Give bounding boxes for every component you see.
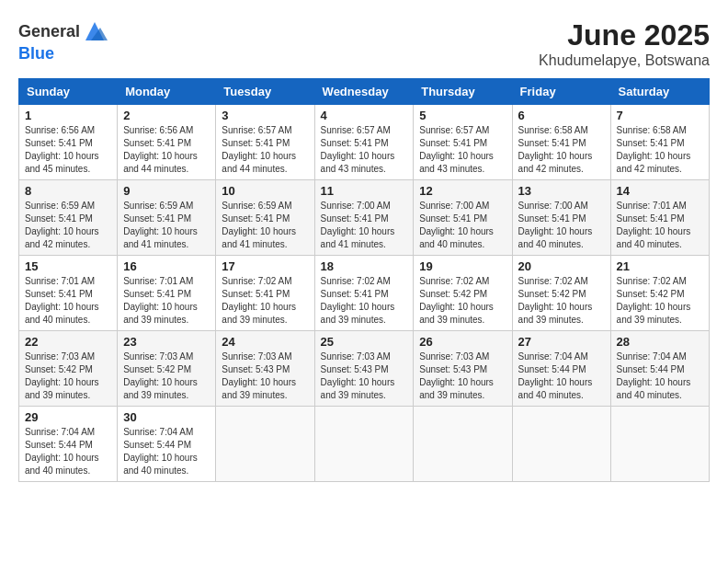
table-row: 28 Sunrise: 7:04 AM Sunset: 5:44 PM Dayl… bbox=[610, 331, 709, 407]
table-row: 4 Sunrise: 6:57 AM Sunset: 5:41 PM Dayli… bbox=[314, 105, 414, 180]
calendar-week-row: 1 Sunrise: 6:56 AM Sunset: 5:41 PM Dayli… bbox=[19, 105, 710, 180]
month-title: June 2025 bbox=[539, 18, 710, 52]
day-info: Sunrise: 7:00 AM Sunset: 5:41 PM Dayligh… bbox=[419, 200, 506, 251]
col-monday: Monday bbox=[118, 79, 216, 105]
day-number: 6 bbox=[518, 109, 605, 122]
day-info: Sunrise: 6:57 AM Sunset: 5:41 PM Dayligh… bbox=[419, 124, 506, 176]
day-number: 16 bbox=[123, 259, 210, 273]
col-saturday: Saturday bbox=[610, 79, 709, 105]
day-number: 12 bbox=[419, 184, 506, 198]
table-row bbox=[414, 407, 512, 482]
table-row: 27 Sunrise: 7:04 AM Sunset: 5:44 PM Dayl… bbox=[512, 331, 610, 407]
table-row bbox=[512, 407, 610, 482]
table-row: 18 Sunrise: 7:02 AM Sunset: 5:41 PM Dayl… bbox=[314, 256, 414, 331]
table-row: 20 Sunrise: 7:02 AM Sunset: 5:42 PM Dayl… bbox=[512, 256, 610, 331]
calendar-week-row: 8 Sunrise: 6:59 AM Sunset: 5:41 PM Dayli… bbox=[19, 180, 710, 256]
day-number: 11 bbox=[321, 184, 408, 198]
table-row: 10 Sunrise: 6:59 AM Sunset: 5:41 PM Dayl… bbox=[216, 180, 314, 256]
day-number: 8 bbox=[25, 184, 111, 198]
col-wednesday: Wednesday bbox=[314, 79, 414, 105]
table-row: 24 Sunrise: 7:03 AM Sunset: 5:43 PM Dayl… bbox=[216, 331, 314, 407]
day-number: 20 bbox=[518, 259, 605, 273]
col-tuesday: Tuesday bbox=[216, 79, 314, 105]
day-number: 19 bbox=[419, 259, 506, 273]
logo: General Blue bbox=[18, 18, 108, 63]
day-info: Sunrise: 7:00 AM Sunset: 5:41 PM Dayligh… bbox=[321, 200, 408, 251]
day-number: 17 bbox=[222, 259, 308, 273]
page-header: General Blue June 2025 Khudumelapye, Bot… bbox=[18, 18, 710, 69]
day-number: 23 bbox=[123, 335, 210, 349]
calendar-table: Sunday Monday Tuesday Wednesday Thursday… bbox=[18, 78, 710, 482]
day-number: 13 bbox=[518, 184, 605, 198]
day-info: Sunrise: 7:02 AM Sunset: 5:42 PM Dayligh… bbox=[518, 275, 605, 327]
day-info: Sunrise: 6:57 AM Sunset: 5:41 PM Dayligh… bbox=[321, 124, 408, 176]
day-info: Sunrise: 6:58 AM Sunset: 5:41 PM Dayligh… bbox=[518, 124, 605, 176]
table-row: 30 Sunrise: 7:04 AM Sunset: 5:44 PM Dayl… bbox=[118, 407, 216, 482]
table-row bbox=[314, 407, 414, 482]
day-number: 29 bbox=[25, 410, 111, 424]
day-number: 1 bbox=[25, 109, 111, 122]
day-info: Sunrise: 6:59 AM Sunset: 5:41 PM Dayligh… bbox=[25, 200, 111, 251]
table-row bbox=[216, 407, 314, 482]
table-row: 3 Sunrise: 6:57 AM Sunset: 5:41 PM Dayli… bbox=[216, 105, 314, 180]
col-sunday: Sunday bbox=[19, 79, 118, 105]
table-row: 5 Sunrise: 6:57 AM Sunset: 5:41 PM Dayli… bbox=[414, 105, 512, 180]
calendar-week-row: 22 Sunrise: 7:03 AM Sunset: 5:42 PM Dayl… bbox=[19, 331, 710, 407]
table-row: 7 Sunrise: 6:58 AM Sunset: 5:41 PM Dayli… bbox=[610, 105, 709, 180]
table-row: 12 Sunrise: 7:00 AM Sunset: 5:41 PM Dayl… bbox=[414, 180, 512, 256]
day-info: Sunrise: 7:04 AM Sunset: 5:44 PM Dayligh… bbox=[617, 350, 703, 402]
day-info: Sunrise: 6:59 AM Sunset: 5:41 PM Dayligh… bbox=[123, 200, 210, 251]
calendar-week-row: 29 Sunrise: 7:04 AM Sunset: 5:44 PM Dayl… bbox=[19, 407, 710, 482]
day-info: Sunrise: 7:02 AM Sunset: 5:42 PM Dayligh… bbox=[617, 275, 703, 327]
day-info: Sunrise: 6:56 AM Sunset: 5:41 PM Dayligh… bbox=[25, 124, 111, 176]
day-number: 3 bbox=[222, 109, 308, 122]
day-number: 30 bbox=[123, 410, 210, 424]
table-row: 29 Sunrise: 7:04 AM Sunset: 5:44 PM Dayl… bbox=[19, 407, 118, 482]
table-row: 13 Sunrise: 7:00 AM Sunset: 5:41 PM Dayl… bbox=[512, 180, 610, 256]
day-number: 14 bbox=[617, 184, 703, 198]
table-row: 21 Sunrise: 7:02 AM Sunset: 5:42 PM Dayl… bbox=[610, 256, 709, 331]
day-number: 7 bbox=[617, 109, 703, 122]
day-number: 28 bbox=[617, 335, 703, 349]
day-number: 5 bbox=[419, 109, 506, 122]
table-row: 17 Sunrise: 7:02 AM Sunset: 5:41 PM Dayl… bbox=[216, 256, 314, 331]
table-row: 11 Sunrise: 7:00 AM Sunset: 5:41 PM Dayl… bbox=[314, 180, 414, 256]
day-info: Sunrise: 7:04 AM Sunset: 5:44 PM Dayligh… bbox=[518, 350, 605, 402]
day-number: 27 bbox=[518, 335, 605, 349]
day-number: 26 bbox=[419, 335, 506, 349]
day-info: Sunrise: 7:03 AM Sunset: 5:43 PM Dayligh… bbox=[321, 350, 408, 402]
table-row: 8 Sunrise: 6:59 AM Sunset: 5:41 PM Dayli… bbox=[19, 180, 118, 256]
day-info: Sunrise: 7:01 AM Sunset: 5:41 PM Dayligh… bbox=[25, 275, 111, 327]
table-row: 9 Sunrise: 6:59 AM Sunset: 5:41 PM Dayli… bbox=[118, 180, 216, 256]
table-row: 6 Sunrise: 6:58 AM Sunset: 5:41 PM Dayli… bbox=[512, 105, 610, 180]
col-friday: Friday bbox=[512, 79, 610, 105]
day-number: 18 bbox=[321, 259, 408, 273]
day-number: 10 bbox=[222, 184, 308, 198]
day-info: Sunrise: 6:56 AM Sunset: 5:41 PM Dayligh… bbox=[123, 124, 210, 176]
day-info: Sunrise: 7:01 AM Sunset: 5:41 PM Dayligh… bbox=[123, 275, 210, 327]
table-row: 1 Sunrise: 6:56 AM Sunset: 5:41 PM Dayli… bbox=[19, 105, 118, 180]
day-info: Sunrise: 7:01 AM Sunset: 5:41 PM Dayligh… bbox=[617, 200, 703, 251]
table-row: 25 Sunrise: 7:03 AM Sunset: 5:43 PM Dayl… bbox=[314, 331, 414, 407]
day-info: Sunrise: 6:59 AM Sunset: 5:41 PM Dayligh… bbox=[222, 200, 308, 251]
day-number: 24 bbox=[222, 335, 308, 349]
location-title: Khudumelapye, Botswana bbox=[539, 52, 710, 69]
day-info: Sunrise: 6:58 AM Sunset: 5:41 PM Dayligh… bbox=[617, 124, 703, 176]
day-info: Sunrise: 7:04 AM Sunset: 5:44 PM Dayligh… bbox=[25, 426, 111, 477]
table-row: 16 Sunrise: 7:01 AM Sunset: 5:41 PM Dayl… bbox=[118, 256, 216, 331]
logo-general-text: General bbox=[18, 22, 80, 41]
day-info: Sunrise: 6:57 AM Sunset: 5:41 PM Dayligh… bbox=[222, 124, 308, 176]
day-info: Sunrise: 7:03 AM Sunset: 5:42 PM Dayligh… bbox=[123, 350, 210, 402]
table-row: 23 Sunrise: 7:03 AM Sunset: 5:42 PM Dayl… bbox=[118, 331, 216, 407]
day-info: Sunrise: 7:03 AM Sunset: 5:43 PM Dayligh… bbox=[419, 350, 506, 402]
table-row: 2 Sunrise: 6:56 AM Sunset: 5:41 PM Dayli… bbox=[118, 105, 216, 180]
table-row: 22 Sunrise: 7:03 AM Sunset: 5:42 PM Dayl… bbox=[19, 331, 118, 407]
logo-blue-text: Blue bbox=[18, 44, 54, 63]
table-row: 14 Sunrise: 7:01 AM Sunset: 5:41 PM Dayl… bbox=[610, 180, 709, 256]
table-row: 26 Sunrise: 7:03 AM Sunset: 5:43 PM Dayl… bbox=[414, 331, 512, 407]
day-number: 9 bbox=[123, 184, 210, 198]
title-area: June 2025 Khudumelapye, Botswana bbox=[539, 18, 710, 69]
col-thursday: Thursday bbox=[414, 79, 512, 105]
day-number: 25 bbox=[321, 335, 408, 349]
day-number: 15 bbox=[25, 259, 111, 273]
